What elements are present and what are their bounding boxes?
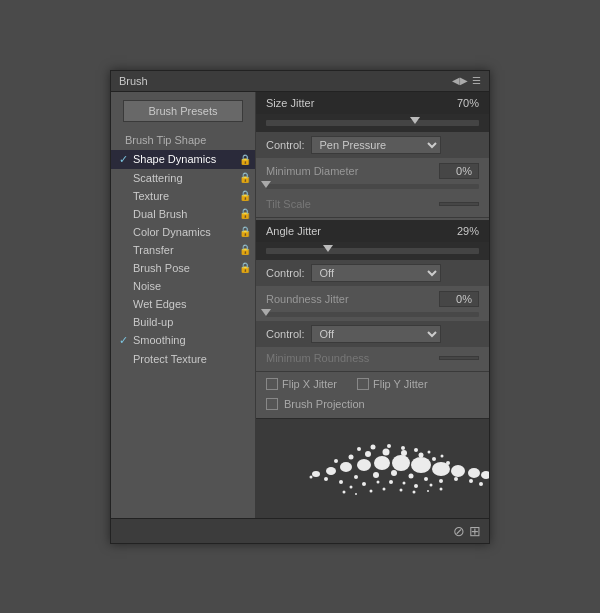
min-diameter-value: 0% <box>439 163 479 179</box>
svg-point-5 <box>374 456 390 470</box>
separator-1 <box>256 217 489 218</box>
sidebar-item-label: Noise <box>133 280 251 292</box>
lock-icon: 🔒 <box>239 262 251 273</box>
lock-icon: 🔒 <box>239 208 251 219</box>
angle-jitter-section: Angle Jitter 29% <box>256 220 489 260</box>
brush-tip-shape-item[interactable]: Brush Tip Shape <box>111 130 255 150</box>
svg-point-51 <box>355 493 357 495</box>
svg-point-34 <box>377 480 380 483</box>
tilt-scale-row: Tilt Scale <box>256 193 489 215</box>
svg-point-29 <box>454 477 458 481</box>
flip-y-checkbox[interactable] <box>357 378 369 390</box>
svg-point-31 <box>479 482 483 486</box>
brush-projection-checkbox[interactable] <box>266 398 278 410</box>
sidebar-item-label: Build-up <box>133 316 251 328</box>
svg-point-50 <box>343 490 346 493</box>
control-size-row: Control: Pen Pressure <box>256 132 489 158</box>
svg-point-14 <box>349 454 354 459</box>
brush-panel: Brush ◀▶ ☰ Brush Presets Brush Tip Shape… <box>110 70 490 544</box>
panel-title: Brush <box>119 75 148 87</box>
angle-jitter-value: 29% <box>444 225 479 237</box>
size-jitter-label: Size Jitter <box>266 97 444 109</box>
brush-preview <box>256 418 489 518</box>
svg-point-44 <box>371 444 376 449</box>
bottom-bar: ⊘ ⊞ <box>111 518 489 543</box>
svg-point-36 <box>403 481 406 484</box>
sidebar-item-brush-pose[interactable]: Brush Pose🔒 <box>111 259 255 277</box>
control-angle-row: Control: Off <box>256 260 489 286</box>
tilt-scale-value <box>439 202 479 206</box>
sidebar-item-dual-brush[interactable]: Dual Brush🔒 <box>111 205 255 223</box>
svg-point-24 <box>373 472 379 478</box>
flip-y-container: Flip Y Jitter <box>357 378 428 390</box>
sidebar-item-smoothing[interactable]: ✓Smoothing <box>111 331 255 350</box>
svg-point-38 <box>430 483 433 486</box>
sidebar-item-protect-texture[interactable]: Protect Texture <box>111 350 255 368</box>
min-roundness-label: Minimum Roundness <box>266 352 439 364</box>
svg-point-37 <box>414 484 418 488</box>
svg-point-46 <box>401 446 405 450</box>
control-roundness-select[interactable]: Off <box>311 325 441 343</box>
roundness-jitter-row: Roundness Jitter 0% <box>256 286 489 312</box>
sidebar-item-build-up[interactable]: Build-up <box>111 313 255 331</box>
control-size-label: Control: <box>266 139 305 151</box>
sidebar-item-scattering[interactable]: Scattering🔒 <box>111 169 255 187</box>
svg-point-13 <box>334 459 338 463</box>
svg-point-43 <box>357 447 361 451</box>
svg-point-25 <box>391 470 397 476</box>
sidebar-item-color-dynamics[interactable]: Color Dynamics🔒 <box>111 223 255 241</box>
min-roundness-value <box>439 356 479 360</box>
svg-point-57 <box>440 487 443 490</box>
brush-projection-label: Brush Projection <box>284 398 365 410</box>
svg-point-52 <box>370 489 373 492</box>
sidebar-item-label: Smoothing <box>133 334 251 346</box>
brush-presets-button[interactable]: Brush Presets <box>123 100 243 122</box>
control-angle-select[interactable]: Off <box>311 264 441 282</box>
min-diameter-row: Minimum Diameter 0% <box>256 158 489 184</box>
panel-collapse-btn[interactable]: ◀▶ <box>452 75 468 86</box>
svg-point-30 <box>469 479 473 483</box>
control-angle-label: Control: <box>266 267 305 279</box>
svg-point-3 <box>340 462 352 472</box>
min-roundness-row: Minimum Roundness <box>256 347 489 369</box>
svg-point-45 <box>387 444 391 448</box>
sidebar-item-label: Texture <box>133 190 239 202</box>
svg-point-53 <box>383 487 386 490</box>
svg-point-48 <box>428 450 431 453</box>
sidebar-item-label: Wet Edges <box>133 298 251 310</box>
brush-sidebar: Brush Presets Brush Tip Shape ✓Shape Dyn… <box>111 92 256 518</box>
sidebar-item-label: Transfer <box>133 244 239 256</box>
panel-header: Brush ◀▶ ☰ <box>111 71 489 92</box>
sidebar-item-label: Scattering <box>133 172 239 184</box>
svg-point-27 <box>424 477 428 481</box>
flip-x-container: Flip X Jitter <box>266 378 337 390</box>
roundness-jitter-value: 0% <box>439 291 479 307</box>
sidebar-item-wet-edges[interactable]: Wet Edges <box>111 295 255 313</box>
lock-icon: 🔒 <box>239 226 251 237</box>
svg-point-2 <box>326 467 336 475</box>
flip-x-checkbox[interactable] <box>266 378 278 390</box>
grid-icon[interactable]: ⊞ <box>469 523 481 539</box>
size-jitter-value: 70% <box>444 97 479 109</box>
brush-preview-svg <box>256 419 489 518</box>
tilt-scale-label: Tilt Scale <box>266 198 439 210</box>
sidebar-item-noise[interactable]: Noise <box>111 277 255 295</box>
lock-icon: 🔒 <box>239 154 251 165</box>
svg-point-4 <box>357 459 371 471</box>
sidebar-item-texture[interactable]: Texture🔒 <box>111 187 255 205</box>
svg-point-15 <box>365 451 371 457</box>
angle-jitter-row: Angle Jitter 29% <box>256 220 489 242</box>
svg-point-32 <box>350 485 353 488</box>
sidebar-item-check: ✓ <box>119 153 133 166</box>
svg-point-26 <box>409 473 414 478</box>
mask-icon[interactable]: ⊘ <box>453 523 465 539</box>
svg-point-22 <box>339 480 343 484</box>
control-size-select[interactable]: Pen Pressure <box>311 136 441 154</box>
svg-point-17 <box>401 450 407 456</box>
min-diameter-label: Minimum Diameter <box>266 165 433 177</box>
size-jitter-row: Size Jitter 70% <box>256 92 489 114</box>
sidebar-item-shape-dynamics[interactable]: ✓Shape Dynamics🔒 <box>111 150 255 169</box>
panel-menu-btn[interactable]: ☰ <box>472 75 481 86</box>
svg-point-39 <box>310 475 313 478</box>
sidebar-item-transfer[interactable]: Transfer🔒 <box>111 241 255 259</box>
